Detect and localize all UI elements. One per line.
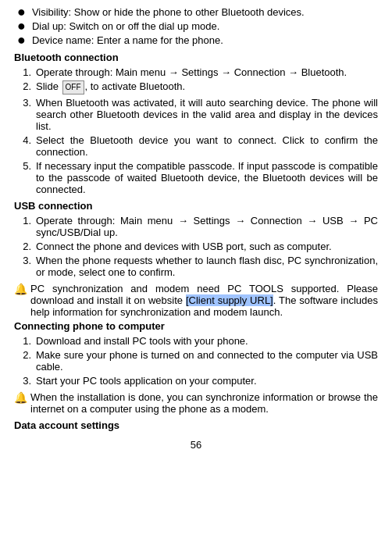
bullet-text-1: Visibility: Show or hide the phone to ot… — [32, 6, 378, 18]
note1-text: PC synchronization and modem need PC TOO… — [30, 283, 378, 318]
usb-step-3-text: When the phone requests whether to launc… — [36, 255, 378, 278]
usb-step-2-text: Connect the phone and devices with USB p… — [36, 241, 378, 252]
bt-step-2: 2. Slide OFF, to activate Bluetooth. — [14, 80, 378, 95]
note1-line: 🔔 PC synchronization and modem need PC T… — [14, 283, 378, 318]
bullet-item-3: ● Device name: Enter a name for the phon… — [14, 34, 378, 47]
usb-step-2: 2. Connect the phone and devices with US… — [14, 241, 378, 252]
bt-step-1: 1. Operate through: Main menu → Settings… — [14, 66, 378, 78]
bt-step-2-text: Slide OFF, to activate Bluetooth. — [36, 80, 378, 95]
usb-steps-list: 1. Operate through: Main menu → Settings… — [14, 215, 378, 278]
note1-highlight: [Client supply URL] — [186, 294, 273, 306]
bt-step-4-text: Select the Bluetooth device you want to … — [36, 134, 378, 158]
data-account-heading: Data account settings — [14, 419, 378, 431]
bullet-text-2: Dial up: Switch on or off the dial up mo… — [32, 20, 378, 32]
connect-step-3-text: Start your PC tools application on your … — [36, 375, 378, 387]
bt-step-5-text: If necessary input the compatible passco… — [36, 160, 378, 195]
note1-icon: 🔔 — [14, 283, 27, 295]
bullet-item-1: ● Visibility: Show or hide the phone to … — [14, 6, 378, 19]
bluetooth-steps-list: 1. Operate through: Main menu → Settings… — [14, 66, 378, 195]
intro-bullet-list: ● Visibility: Show or hide the phone to … — [14, 6, 378, 47]
off-button: OFF — [62, 80, 84, 95]
bullet-dot-1: ● — [17, 5, 26, 19]
note2-text: When the installation is done, you can s… — [30, 391, 378, 415]
connect-step-1-text: Download and install PC tools with your … — [36, 335, 378, 347]
usb-connection-heading: USB connection — [14, 200, 378, 212]
bt-step-3-text: When Bluetooth was activated, it will au… — [36, 97, 378, 132]
bt-step-4: 4. Select the Bluetooth device you want … — [14, 134, 378, 158]
connecting-steps-list: 1. Download and install PC tools with yo… — [14, 335, 378, 387]
page-number: 56 — [14, 439, 378, 451]
connect-step-1: 1. Download and install PC tools with yo… — [14, 335, 378, 347]
usb-step-3: 3. When the phone requests whether to la… — [14, 255, 378, 278]
connect-step-2-text: Make sure your phone is turned on and co… — [36, 349, 378, 373]
usb-step-1-text: Operate through: Main menu → Settings → … — [36, 215, 378, 238]
connecting-heading: Connecting phone to computer — [14, 320, 378, 332]
bullet-item-2: ● Dial up: Switch on or off the dial up … — [14, 20, 378, 33]
connect-step-2: 2. Make sure your phone is turned on and… — [14, 349, 378, 373]
bullet-dot-2: ● — [17, 19, 26, 33]
note2-line: 🔔 When the installation is done, you can… — [14, 391, 378, 415]
bt-step-1-text: Operate through: Main menu → Settings → … — [36, 66, 378, 78]
bullet-text-3: Device name: Enter a name for the phone. — [32, 34, 378, 46]
bt-step-3: 3. When Bluetooth was activated, it will… — [14, 97, 378, 132]
note2-icon: 🔔 — [14, 391, 27, 404]
connect-step-3: 3. Start your PC tools application on yo… — [14, 375, 378, 387]
bt-step-5: 5. If necessary input the compatible pas… — [14, 160, 378, 195]
bluetooth-connection-heading: Bluetooth connection — [14, 52, 378, 63]
bullet-dot-3: ● — [17, 33, 26, 47]
usb-step-1: 1. Operate through: Main menu → Settings… — [14, 215, 378, 238]
